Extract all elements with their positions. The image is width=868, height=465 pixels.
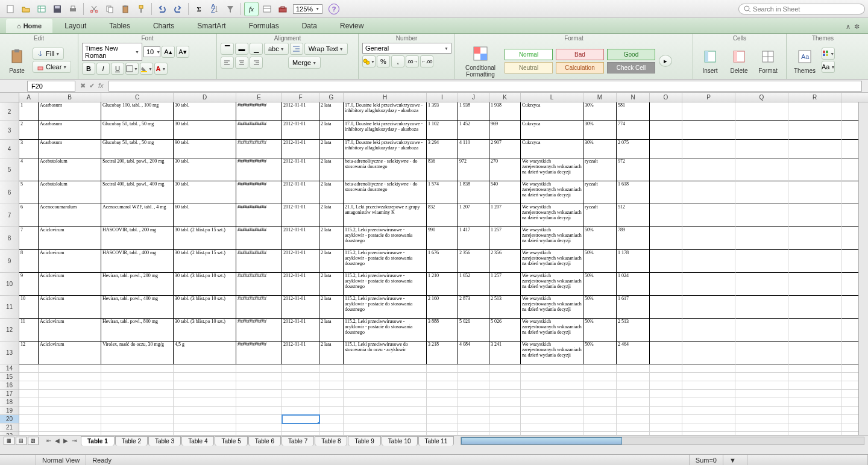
cell[interactable]: 115.2, Leki przeciwwirusowe - acyklowir … [344, 319, 427, 342]
cell[interactable]: 12 [19, 342, 39, 364]
cell[interactable] [735, 273, 788, 296]
cell[interactable] [735, 432, 788, 435]
cell[interactable]: Heviran, tabl. powl., 800 mg [101, 319, 174, 342]
cell[interactable] [788, 423, 841, 432]
cell[interactable]: 1 838 [458, 181, 489, 204]
cell[interactable]: 3 294 [427, 140, 458, 158]
select-all-corner[interactable] [0, 93, 19, 102]
row-header[interactable]: 2 [0, 102, 19, 121]
cell[interactable]: ############ [236, 250, 282, 273]
row-header[interactable]: 3 [0, 121, 19, 140]
cell[interactable]: 1 257 [489, 227, 521, 250]
cell[interactable] [427, 364, 458, 373]
cell[interactable]: 972 [617, 158, 650, 181]
insert-cells-button[interactable]: Insert [697, 46, 723, 75]
cell[interactable] [19, 364, 39, 373]
cell[interactable] [682, 296, 735, 319]
cell[interactable] [489, 423, 521, 432]
underline-button[interactable]: U [111, 63, 124, 75]
cell[interactable] [101, 407, 174, 415]
save-icon[interactable] [50, 2, 64, 16]
help-icon[interactable]: ? [329, 4, 339, 14]
row-header[interactable]: 6 [0, 181, 19, 204]
col-header-P[interactable]: P [682, 93, 735, 102]
cell[interactable]: ryczałt [583, 181, 617, 204]
cell[interactable]: ############ [236, 140, 282, 158]
cell[interactable] [236, 423, 282, 432]
cell[interactable]: Acarbosum [39, 121, 101, 140]
cell[interactable] [458, 373, 489, 381]
cell[interactable] [319, 390, 344, 398]
cell[interactable]: Aciclovirum [39, 342, 101, 364]
next-sheet-button[interactable]: ▶ [61, 437, 70, 444]
cell[interactable]: 7 [19, 227, 39, 250]
cell[interactable]: Virolex, maść do oczu, 30 mg/g [101, 342, 174, 364]
cell[interactable] [521, 373, 583, 381]
cell[interactable]: 1 102 [427, 121, 458, 140]
cell[interactable]: 4 084 [458, 342, 489, 364]
cell[interactable]: 3 218 [427, 342, 458, 364]
cell[interactable] [39, 381, 101, 390]
col-header-G[interactable]: G [319, 93, 344, 102]
cell[interactable]: 2 464 [617, 342, 650, 364]
cell[interactable] [788, 250, 841, 273]
cell[interactable] [682, 342, 735, 364]
cell[interactable]: 2012-01-01 [282, 121, 319, 140]
cancel-formula-icon[interactable]: ✖ [80, 82, 86, 90]
cell[interactable]: 9 [19, 273, 39, 296]
cell[interactable] [458, 390, 489, 398]
cell[interactable] [521, 381, 583, 390]
italic-button[interactable]: I [96, 63, 110, 75]
row-header[interactable]: 11 [0, 296, 19, 319]
col-header-A[interactable]: A [19, 93, 39, 102]
fill-button[interactable]: Fill▼ [33, 48, 64, 60]
cell[interactable] [735, 296, 788, 319]
cell[interactable] [650, 342, 682, 364]
cell[interactable]: 1 178 [617, 250, 650, 273]
cell[interactable]: ############ [236, 342, 282, 364]
cell[interactable]: 2 lata [319, 273, 344, 296]
cell[interactable] [788, 432, 841, 435]
cell[interactable]: 1 417 [458, 227, 489, 250]
cell[interactable] [682, 390, 735, 398]
cell[interactable] [788, 181, 841, 204]
cell[interactable]: Heviran, tabl. powl., 200 mg [101, 273, 174, 296]
cell[interactable] [19, 432, 39, 435]
cell[interactable] [682, 227, 735, 250]
toolbox-icon[interactable] [275, 2, 290, 16]
number-format-select[interactable]: General▼ [362, 43, 451, 54]
cell[interactable]: Cukrzyca [521, 121, 583, 140]
cell[interactable] [39, 432, 101, 435]
cell[interactable] [735, 158, 788, 181]
cell[interactable]: ############ [236, 121, 282, 140]
sort-icon[interactable]: AZ [207, 2, 222, 16]
cell[interactable] [788, 373, 841, 381]
cell[interactable] [617, 390, 650, 398]
cell[interactable]: beta-adrenolityczne - selektywne - do st… [344, 158, 427, 181]
row-header[interactable]: 5 [0, 158, 19, 181]
cell[interactable]: ryczałt [583, 158, 617, 181]
cell[interactable] [617, 432, 650, 435]
cell[interactable]: 17.0, Doustne leki przeciwcukrzycowe - i… [344, 102, 427, 121]
page-layout-view-button[interactable]: ▤ [16, 437, 27, 445]
cell[interactable]: 2012-01-01 [282, 204, 319, 227]
cell[interactable]: 2012-01-01 [282, 140, 319, 158]
row-header[interactable]: 17 [0, 390, 19, 398]
cell[interactable]: 30 tabl. [174, 158, 236, 181]
cell[interactable] [788, 273, 841, 296]
open-icon[interactable] [19, 2, 33, 16]
cell[interactable] [735, 381, 788, 390]
cell[interactable] [489, 407, 521, 415]
cell[interactable] [788, 390, 841, 398]
row-header[interactable]: 7 [0, 204, 19, 227]
tab-smartart[interactable]: SmartArt [186, 19, 236, 33]
cell[interactable] [236, 364, 282, 373]
sheet-tab[interactable]: Table 5 [215, 436, 247, 446]
cell[interactable]: 2012-01-01 [282, 181, 319, 204]
cell[interactable] [489, 398, 521, 407]
cell[interactable] [319, 381, 344, 390]
cell[interactable] [682, 181, 735, 204]
cell[interactable] [236, 432, 282, 435]
cell[interactable] [788, 407, 841, 415]
cell[interactable] [489, 381, 521, 390]
